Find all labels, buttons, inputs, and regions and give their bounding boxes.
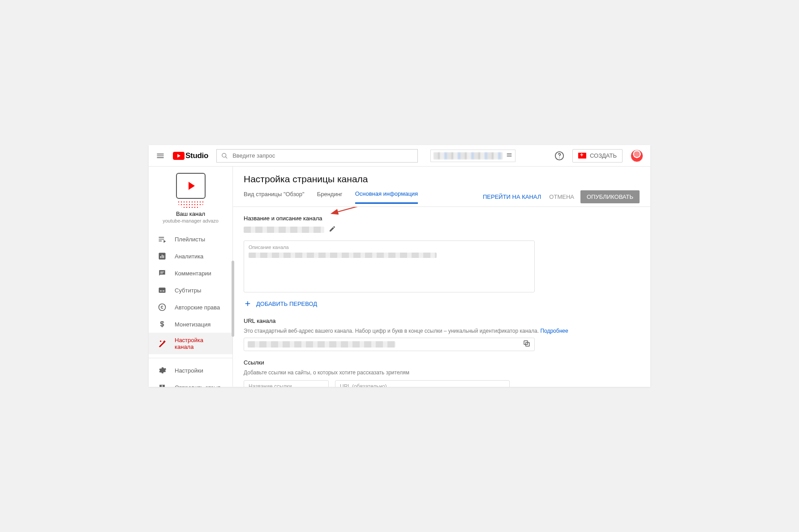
dollar-icon bbox=[158, 320, 167, 329]
edit-name-icon[interactable] bbox=[329, 225, 336, 234]
svg-rect-5 bbox=[160, 256, 161, 258]
sidebar-item-comments[interactable]: Комментарии bbox=[149, 265, 232, 282]
cancel-button[interactable]: ОТМЕНА bbox=[549, 193, 574, 200]
comments-icon bbox=[158, 269, 167, 278]
youtube-play-icon bbox=[173, 152, 185, 160]
gear-icon bbox=[158, 366, 167, 375]
tab-basic-info[interactable]: Основная информация bbox=[355, 190, 418, 204]
url-section-title: URL канала bbox=[244, 317, 640, 324]
svg-rect-12 bbox=[163, 291, 164, 292]
redacted-text bbox=[434, 152, 503, 159]
channel-url-field[interactable] bbox=[244, 338, 535, 351]
copyright-icon bbox=[158, 303, 167, 312]
description-input[interactable]: Описание канала bbox=[244, 240, 535, 292]
channel-name-row bbox=[244, 225, 640, 234]
link-url-input[interactable]: URL (обязательно) bbox=[335, 380, 510, 387]
description-label: Описание канала bbox=[249, 245, 530, 250]
sidebar-item-monetization[interactable]: Монетизация bbox=[149, 316, 232, 333]
account-avatar[interactable] bbox=[631, 150, 643, 162]
account-chip[interactable] bbox=[430, 150, 515, 162]
svg-point-3 bbox=[559, 157, 560, 158]
magic-wand-icon bbox=[158, 339, 167, 348]
url-learn-more-link[interactable]: Подробнее bbox=[540, 328, 568, 334]
channel-title: Ваш канал bbox=[149, 210, 232, 217]
search-field[interactable] bbox=[232, 152, 413, 159]
svg-line-1 bbox=[225, 156, 227, 158]
url-hint: Это стандартный веб-адрес вашего канала.… bbox=[244, 328, 640, 334]
tab-layout[interactable]: Вид страницы "Обзор" bbox=[244, 191, 305, 203]
sidebar-item-copyright[interactable]: Авторские права bbox=[149, 299, 232, 316]
svg-line-17 bbox=[336, 207, 471, 212]
plus-icon bbox=[244, 300, 252, 308]
copy-url-icon[interactable] bbox=[523, 339, 531, 349]
channel-subtitle: youtube-manager advazo bbox=[149, 218, 232, 223]
sidebar-item-settings[interactable]: Настройки bbox=[149, 362, 232, 379]
links-hint: Добавьте ссылки на сайты, о которых хоти… bbox=[244, 369, 640, 376]
help-icon[interactable] bbox=[554, 151, 564, 161]
view-channel-link[interactable]: ПЕРЕЙТИ НА КАНАЛ bbox=[483, 193, 541, 200]
channel-name-redacted bbox=[244, 227, 324, 233]
page-title: Настройка страницы канала bbox=[244, 174, 640, 184]
sidebar-nav: Плейлисты Аналитика Комментарии Субтитры… bbox=[149, 231, 232, 387]
app-window: Studio СОЗДАТЬ Ваш кан bbox=[149, 145, 650, 387]
topbar: Studio СОЗДАТЬ bbox=[149, 145, 650, 167]
logo-text: Studio bbox=[185, 151, 208, 160]
url-redacted bbox=[248, 341, 395, 348]
playlist-icon bbox=[158, 235, 167, 244]
create-label: СОЗДАТЬ bbox=[590, 152, 617, 159]
channel-avatar-icon bbox=[176, 173, 206, 199]
sidebar-item-feedback[interactable]: Отправить отзыв bbox=[149, 379, 232, 387]
svg-rect-8 bbox=[160, 272, 164, 272]
add-translation-button[interactable]: ДОБАВИТЬ ПЕРЕВОД bbox=[244, 300, 640, 308]
create-camera-icon bbox=[578, 153, 586, 159]
create-button[interactable]: СОЗДАТЬ bbox=[572, 149, 623, 163]
sidebar-item-subtitles[interactable]: Субтитры bbox=[149, 282, 232, 299]
subtitles-icon bbox=[158, 286, 167, 295]
analytics-icon bbox=[158, 252, 167, 261]
links-section-title: Ссылки bbox=[244, 359, 640, 366]
svg-rect-11 bbox=[160, 291, 162, 292]
feedback-icon bbox=[158, 383, 167, 387]
menu-icon[interactable] bbox=[156, 151, 165, 160]
svg-rect-10 bbox=[159, 287, 166, 293]
tab-branding[interactable]: Брендинг bbox=[317, 191, 343, 203]
description-redacted bbox=[249, 253, 437, 258]
tab-row: Вид страницы "Обзор" Брендинг Основная и… bbox=[233, 187, 650, 207]
studio-logo[interactable]: Studio bbox=[173, 151, 208, 160]
svg-rect-9 bbox=[160, 273, 163, 273]
svg-rect-7 bbox=[163, 255, 164, 258]
sidebar-item-analytics[interactable]: Аналитика bbox=[149, 248, 232, 265]
link-name-input[interactable]: Название ссылки (обязательно) bbox=[244, 380, 329, 387]
search-input[interactable] bbox=[216, 149, 418, 163]
sidebar-item-customization[interactable]: Настройка канала bbox=[149, 333, 232, 354]
main-content: Настройка страницы канала Вид страницы "… bbox=[233, 167, 650, 387]
name-section-title: Название и описание канала bbox=[244, 215, 640, 222]
channel-card[interactable]: Ваш канал youtube-manager advazo bbox=[149, 167, 232, 228]
sidebar: Ваш канал youtube-manager advazo Плейлис… bbox=[149, 167, 233, 387]
publish-button[interactable]: ОПУБЛИКОВАТЬ bbox=[580, 190, 640, 203]
svg-point-13 bbox=[159, 304, 166, 311]
search-icon bbox=[221, 152, 228, 159]
svg-point-0 bbox=[222, 153, 226, 157]
sidebar-item-playlists[interactable]: Плейлисты bbox=[149, 231, 232, 248]
hamburger-small-icon bbox=[506, 152, 512, 160]
svg-rect-6 bbox=[162, 255, 163, 258]
